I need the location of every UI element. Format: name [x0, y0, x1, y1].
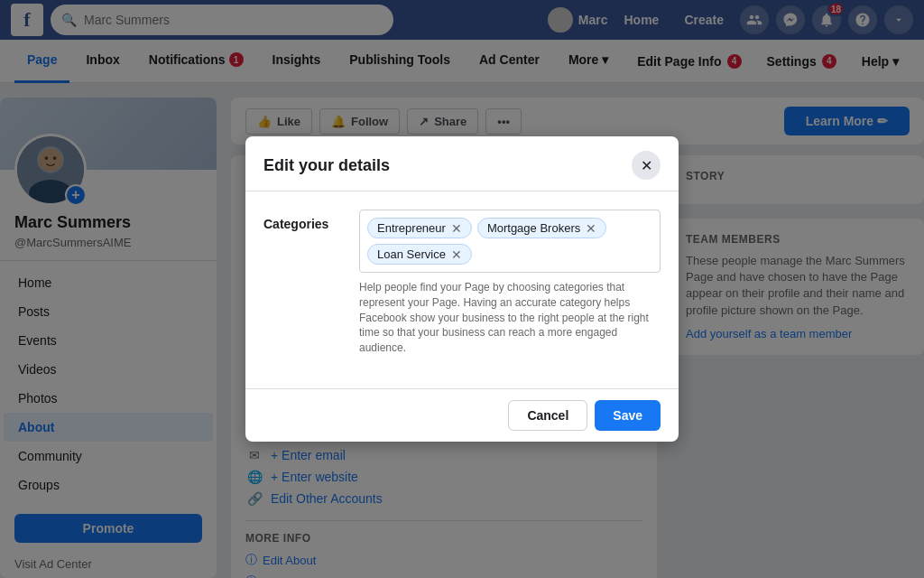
categories-row: Categories Entrepreneur ✕ Mortgage Broke…	[263, 210, 661, 356]
modal-hint: Help people find your Page by choosing c…	[359, 280, 661, 356]
tag-label-entrepreneur: Entrepreneur	[377, 221, 446, 235]
save-button[interactable]: Save	[595, 400, 661, 431]
tag-mortgage-brokers: Mortgage Brokers ✕	[477, 218, 606, 238]
tag-remove-entrepreneur[interactable]: ✕	[451, 222, 462, 235]
modal-body: Categories Entrepreneur ✕ Mortgage Broke…	[245, 191, 679, 388]
tag-remove-loan-service[interactable]: ✕	[451, 248, 462, 261]
tags-input-box[interactable]: Entrepreneur ✕ Mortgage Brokers ✕ Loan S…	[359, 210, 661, 273]
tag-label-mortgage-brokers: Mortgage Brokers	[487, 221, 580, 235]
modal-header: Edit your details ✕	[245, 136, 679, 191]
modal-footer: Cancel Save	[245, 388, 679, 442]
tag-loan-service: Loan Service ✕	[367, 244, 472, 265]
categories-label: Categories	[263, 210, 345, 231]
modal-title: Edit your details	[263, 156, 390, 175]
categories-input-area: Entrepreneur ✕ Mortgage Brokers ✕ Loan S…	[359, 210, 661, 356]
tag-entrepreneur: Entrepreneur ✕	[367, 218, 472, 238]
tag-label-loan-service: Loan Service	[377, 247, 446, 261]
cancel-button[interactable]: Cancel	[508, 400, 587, 431]
tag-text-input[interactable]	[477, 247, 652, 262]
modal-overlay[interactable]: Edit your details ✕ Categories Entrepren…	[0, 0, 924, 578]
edit-details-modal: Edit your details ✕ Categories Entrepren…	[245, 136, 679, 442]
modal-close-button[interactable]: ✕	[632, 151, 661, 180]
tag-remove-mortgage-brokers[interactable]: ✕	[586, 222, 596, 235]
